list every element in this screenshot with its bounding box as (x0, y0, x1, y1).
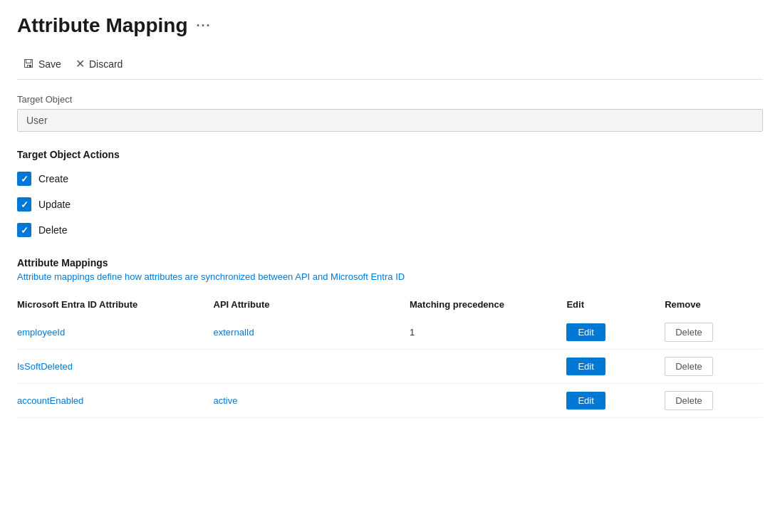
edit-button[interactable]: Edit (566, 323, 605, 341)
remove-cell: Delete (665, 350, 763, 384)
discard-label: Discard (89, 58, 123, 70)
delete-checkbox[interactable] (17, 223, 31, 237)
table-row: accountEnabled active Edit Delete (17, 384, 763, 418)
ms-attr-cell: accountEnabled (17, 384, 214, 418)
toolbar: 🖫 Save ✕ Discard (17, 48, 763, 80)
more-options-icon[interactable]: ··· (197, 19, 212, 33)
delete-button[interactable]: Delete (665, 323, 713, 342)
table-row: employeeId externalId 1 Edit Delete (17, 315, 763, 350)
delete-checkbox-row: Delete (17, 223, 763, 237)
edit-button[interactable]: Edit (566, 392, 605, 410)
target-object-label: Target Object (17, 94, 763, 105)
delete-button[interactable]: Delete (665, 391, 713, 410)
discard-button[interactable]: ✕ Discard (70, 54, 128, 73)
matching-cell (410, 350, 566, 384)
target-object-actions-title: Target Object Actions (17, 149, 763, 160)
col-header-ms-attr: Microsoft Entra ID Attribute (17, 293, 214, 315)
table-header-row: Microsoft Entra ID Attribute API Attribu… (17, 293, 763, 315)
attribute-mappings-description: Attribute mappings define how attributes… (17, 271, 763, 282)
col-header-matching: Matching precedence (410, 293, 566, 315)
matching-cell (410, 384, 566, 418)
col-header-api-attr: API Attribute (214, 293, 410, 315)
edit-cell: Edit (566, 350, 665, 384)
col-header-remove: Remove (665, 293, 763, 315)
save-label: Save (38, 58, 61, 70)
update-checkbox-row: Update (17, 197, 763, 212)
table-row: IsSoftDeleted Edit Delete (17, 350, 763, 384)
attribute-mappings-section: Attribute Mappings Attribute mappings de… (17, 257, 763, 418)
api-attr-cell (214, 350, 410, 384)
save-icon: 🖫 (23, 58, 34, 71)
attribute-mappings-title: Attribute Mappings (17, 257, 763, 268)
edit-cell: Edit (566, 315, 665, 350)
save-button[interactable]: 🖫 Save (17, 55, 67, 73)
create-label: Create (38, 173, 68, 184)
remove-cell: Delete (665, 315, 763, 350)
remove-cell: Delete (665, 384, 763, 418)
create-checkbox[interactable] (17, 172, 31, 186)
ms-attr-cell: IsSoftDeleted (17, 350, 214, 384)
attribute-mappings-table: Microsoft Entra ID Attribute API Attribu… (17, 293, 763, 418)
create-checkbox-row: Create (17, 172, 763, 186)
col-header-edit: Edit (566, 293, 665, 315)
target-object-actions-section: Target Object Actions Create Update Dele… (17, 149, 763, 237)
discard-icon: ✕ (76, 57, 85, 71)
ms-attr-cell: employeeId (17, 315, 214, 350)
page-title-text: Attribute Mapping (17, 14, 188, 37)
matching-cell: 1 (410, 315, 566, 350)
page-title: Attribute Mapping ··· (17, 14, 763, 37)
update-checkbox[interactable] (17, 197, 31, 212)
api-attr-cell: active (214, 384, 410, 418)
api-attr-cell: externalId (214, 315, 410, 350)
delete-label: Delete (38, 224, 67, 236)
target-object-section: Target Object (17, 94, 763, 149)
delete-button[interactable]: Delete (665, 357, 713, 376)
update-label: Update (38, 199, 71, 210)
edit-cell: Edit (566, 384, 665, 418)
target-object-input[interactable] (17, 109, 763, 132)
edit-button[interactable]: Edit (566, 358, 605, 375)
